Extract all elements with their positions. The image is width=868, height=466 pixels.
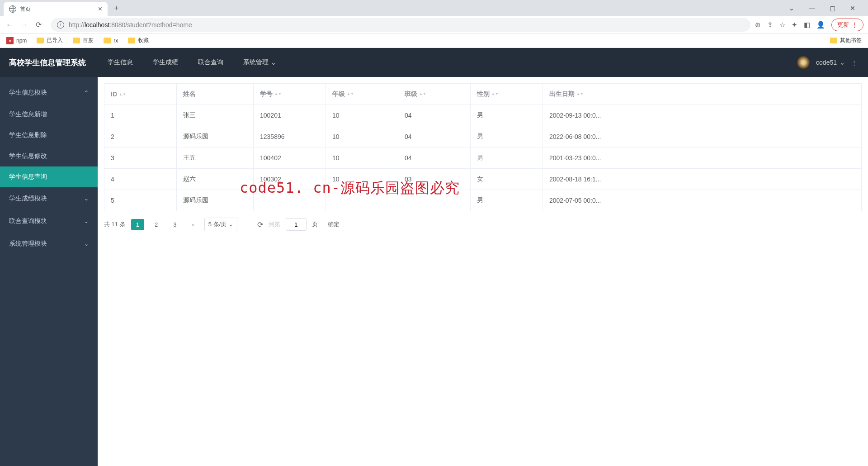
sidebar-group-system[interactable]: 系统管理模块⌄ bbox=[0, 233, 98, 255]
sidebar: 学生信息模块⌃ 学生信息新增 学生信息删除 学生信息修改 学生信息查询 学生成绩… bbox=[0, 77, 98, 466]
table-row[interactable]: 5源码乐园男2002-07-05 00:0... bbox=[104, 190, 862, 211]
cell-class: 03 bbox=[398, 169, 471, 190]
cell-grade bbox=[326, 190, 398, 211]
nav-student-info[interactable]: 学生信息 bbox=[98, 48, 143, 77]
bookmark-imported[interactable]: 已导入 bbox=[37, 37, 63, 44]
sidebar-group-joint[interactable]: 联合查询模块⌄ bbox=[0, 210, 98, 233]
cell-birth: 2002-09-13 00:0... bbox=[543, 105, 615, 126]
sort-icon[interactable]: ▲▼ bbox=[119, 93, 126, 96]
nav-student-grades[interactable]: 学生成绩 bbox=[143, 48, 188, 77]
bookmark-other[interactable]: 其他书签 bbox=[830, 37, 862, 44]
cell-class: 04 bbox=[398, 147, 471, 169]
maximize-icon[interactable]: ▢ bbox=[825, 3, 840, 14]
star-icon[interactable]: ☆ bbox=[779, 21, 785, 29]
sidebar-item-edit[interactable]: 学生信息修改 bbox=[0, 146, 98, 166]
sidepanel-icon[interactable]: ◧ bbox=[804, 21, 810, 29]
sidebar-group-student-info[interactable]: 学生信息模块⌃ bbox=[0, 81, 98, 104]
pager-page-suffix: 页 bbox=[312, 220, 318, 228]
user-menu[interactable]: code51⌄ bbox=[816, 59, 845, 66]
forward-icon[interactable]: → bbox=[19, 21, 29, 29]
bookmark-rx[interactable]: rx bbox=[104, 38, 118, 44]
table-row[interactable]: 1张三1002011004男2002-09-13 00:0... bbox=[104, 105, 862, 126]
sidebar-item-query[interactable]: 学生信息查询 bbox=[0, 166, 98, 187]
sort-icon[interactable]: ▲▼ bbox=[347, 93, 354, 95]
cell-extra bbox=[615, 190, 862, 211]
col-sno[interactable]: 学号▲▼ bbox=[254, 84, 326, 105]
minimize-icon[interactable]: — bbox=[804, 3, 820, 14]
share-icon[interactable]: ⇪ bbox=[767, 21, 773, 29]
dropdown-icon[interactable]: ⌄ bbox=[784, 3, 799, 14]
content: ID▲▼ 姓名 学号▲▼ 年级▲▼ 班级▲▼ 性别▲▼ 出生日期▲▼ 1张三10… bbox=[98, 77, 868, 466]
sidebar-item-delete[interactable]: 学生信息删除 bbox=[0, 125, 98, 146]
pager-page-2[interactable]: 2 bbox=[150, 219, 163, 230]
sidebar-group-grades[interactable]: 学生成绩模块⌄ bbox=[0, 187, 98, 210]
sort-icon[interactable]: ▲▼ bbox=[576, 93, 584, 95]
new-tab-button[interactable]: + bbox=[114, 4, 119, 13]
pager-page-1[interactable]: 1 bbox=[131, 219, 144, 230]
cell-gender: 女 bbox=[471, 169, 543, 190]
table-row[interactable]: 2源码乐园12358961004男2022-06-08 00:0... bbox=[104, 126, 862, 147]
cell-extra bbox=[615, 105, 862, 126]
back-icon[interactable]: ← bbox=[5, 21, 14, 29]
folder-icon bbox=[104, 38, 111, 43]
pager-size-select[interactable]: 5 条/页 ⌄ bbox=[204, 218, 237, 231]
profile-icon[interactable]: 👤 bbox=[816, 21, 825, 29]
more-icon[interactable]: ⋮ bbox=[851, 59, 857, 66]
chevron-down-icon: ⌄ bbox=[84, 241, 89, 247]
window-controls: ⌄ — ▢ ✕ bbox=[784, 3, 864, 14]
tab-title: 首页 bbox=[20, 5, 94, 13]
top-nav: 学生信息 学生成绩 联合查询 系统管理⌄ bbox=[98, 48, 286, 77]
cell-id: 3 bbox=[104, 147, 177, 169]
nav-system-manage[interactable]: 系统管理⌄ bbox=[233, 48, 286, 77]
table-row[interactable]: 4赵六1003021003女2002-08-18 16:1... bbox=[104, 169, 862, 190]
app-header: 高校学生信息管理系统 学生信息 学生成绩 联合查询 系统管理⌄ code51⌄ … bbox=[0, 48, 868, 77]
browser-tab[interactable]: 首页 × bbox=[4, 2, 108, 16]
folder-icon bbox=[128, 38, 135, 43]
cell-id: 4 bbox=[104, 169, 177, 190]
sort-icon[interactable]: ▲▼ bbox=[491, 93, 499, 95]
pager-page-3[interactable]: 3 bbox=[168, 219, 181, 230]
table-row[interactable]: 3王五1004021004男2001-03-23 00:0... bbox=[104, 147, 862, 169]
extensions-icon[interactable]: ✦ bbox=[792, 21, 797, 29]
cell-sno: 100201 bbox=[254, 105, 326, 126]
cell-birth: 2022-06-08 00:0... bbox=[543, 126, 615, 147]
cell-id: 2 bbox=[104, 126, 177, 147]
col-id[interactable]: ID▲▼ bbox=[104, 84, 177, 105]
student-table: ID▲▼ 姓名 学号▲▼ 年级▲▼ 班级▲▼ 性别▲▼ 出生日期▲▼ 1张三10… bbox=[104, 83, 862, 211]
refresh-icon[interactable]: ⟳ bbox=[257, 220, 263, 229]
url-input[interactable]: i http://localhost:8080/student?method=h… bbox=[51, 18, 750, 32]
col-name[interactable]: 姓名 bbox=[177, 84, 254, 105]
col-grade[interactable]: 年级▲▼ bbox=[326, 84, 398, 105]
bookmark-npm[interactable]: nnpm bbox=[6, 37, 27, 44]
cell-grade: 10 bbox=[326, 169, 398, 190]
sidebar-item-add[interactable]: 学生信息新增 bbox=[0, 104, 98, 125]
bookmark-baidu[interactable]: 百度 bbox=[73, 37, 94, 44]
chevron-down-icon: ⌄ bbox=[840, 59, 845, 66]
site-info-icon[interactable]: i bbox=[57, 21, 64, 29]
close-tab-icon[interactable]: × bbox=[98, 5, 102, 13]
sort-icon[interactable]: ▲▼ bbox=[419, 93, 426, 95]
pager-next[interactable]: › bbox=[187, 219, 198, 230]
bookmark-fav[interactable]: 收藏 bbox=[128, 37, 149, 44]
nav-joint-query[interactable]: 联合查询 bbox=[188, 48, 233, 77]
cell-gender: 男 bbox=[471, 105, 543, 126]
col-class[interactable]: 班级▲▼ bbox=[398, 84, 471, 105]
avatar[interactable] bbox=[797, 56, 810, 69]
cell-name: 王五 bbox=[177, 147, 254, 169]
cell-grade: 10 bbox=[326, 147, 398, 169]
npm-icon: n bbox=[6, 37, 14, 44]
update-button[interactable]: 更新⋮ bbox=[831, 19, 863, 31]
app-body: 学生信息模块⌃ 学生信息新增 学生信息删除 学生信息修改 学生信息查询 学生成绩… bbox=[0, 77, 868, 466]
cell-sno: 100402 bbox=[254, 147, 326, 169]
cell-name: 张三 bbox=[177, 105, 254, 126]
col-birth[interactable]: 出生日期▲▼ bbox=[543, 84, 615, 105]
reload-icon[interactable]: ⟳ bbox=[33, 20, 43, 29]
close-window-icon[interactable]: ✕ bbox=[845, 3, 860, 14]
cell-class bbox=[398, 190, 471, 211]
sort-icon[interactable]: ▲▼ bbox=[274, 93, 282, 95]
pager-confirm-button[interactable]: 确定 bbox=[323, 218, 344, 231]
cell-birth: 2002-07-05 00:0... bbox=[543, 190, 615, 211]
col-gender[interactable]: 性别▲▼ bbox=[471, 84, 543, 105]
zoom-icon[interactable]: ⊕ bbox=[755, 21, 761, 29]
pager-goto-input[interactable] bbox=[286, 218, 307, 231]
